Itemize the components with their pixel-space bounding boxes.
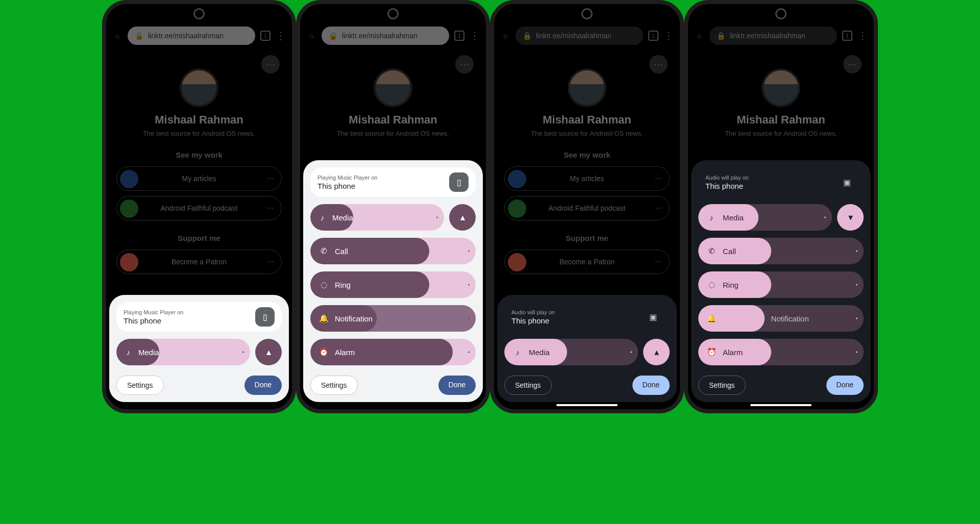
music-note-icon: ♪ (318, 212, 326, 222)
gesture-bar (362, 404, 424, 406)
volume-subtitle: Audio will play on (705, 174, 749, 181)
volume-subtitle: Audio will play on (511, 309, 555, 315)
media-volume-slider[interactable]: ♪ Media (116, 339, 250, 365)
alarm-icon: ⏰ (706, 347, 717, 357)
done-button[interactable]: Done (632, 376, 670, 395)
camera-notch (775, 8, 787, 19)
call-volume-slider[interactable]: ✆Call (698, 238, 864, 264)
phone-icon: ▯ (260, 312, 270, 322)
phone-icon: ✆ (318, 246, 329, 256)
slider-label: Alarm (723, 348, 743, 357)
output-device-button[interactable]: ▣ (643, 307, 663, 327)
alarm-volume-slider[interactable]: ⏰Alarm (698, 339, 864, 365)
slider-label: Media (529, 348, 550, 357)
chevron-down-icon: ▾ (845, 212, 855, 222)
bell-icon: 🔔 (318, 313, 329, 323)
collapse-button[interactable]: ▾ (837, 204, 864, 231)
volume-panel: Audio will play on This phone ▣ ♪Media ▴… (497, 295, 677, 402)
bell-icon: 🔔 (706, 313, 717, 323)
slider-label: Media (332, 213, 353, 222)
chevron-up-icon: ▴ (651, 347, 662, 357)
slider-label: Ring (723, 281, 739, 289)
ring-volume-icon: ◌ (318, 280, 329, 290)
settings-button[interactable]: Settings (310, 376, 358, 395)
volume-device: This phone (511, 316, 555, 325)
camera-notch (193, 8, 205, 19)
volume-header: Audio will play on This phone ▣ (698, 167, 864, 197)
notification-volume-slider[interactable]: 🔔 Notification (698, 305, 864, 332)
settings-button[interactable]: Settings (116, 376, 164, 395)
slider-label: Alarm (335, 348, 355, 357)
ring-volume-slider[interactable]: ◌Ring (310, 271, 476, 298)
volume-device: This phone (317, 182, 377, 190)
output-device-button[interactable]: ▯ (255, 307, 275, 327)
music-note-icon: ♪ (512, 347, 523, 357)
alarm-icon: ⏰ (318, 347, 329, 357)
call-volume-slider[interactable]: ✆Call (310, 238, 476, 264)
volume-panel: Playing Music Player on This phone ▯ ♪ M… (109, 295, 289, 402)
expand-button[interactable]: ▴ (643, 339, 670, 365)
media-volume-slider[interactable]: ♪Media (310, 204, 444, 231)
phone-frame-1: ⌂ 🔒 linktr.ee/mishaalrahman 1 ⋮ ⋯ Mishaa… (102, 0, 296, 413)
volume-header: Audio will play on This phone ▣ (504, 302, 670, 332)
output-device-button[interactable]: ▣ (837, 172, 856, 192)
ring-volume-slider[interactable]: ◌Ring (698, 271, 864, 298)
gesture-bar (750, 404, 812, 406)
notification-volume-slider[interactable]: 🔔Notification (310, 305, 476, 332)
chevron-up-icon: ▴ (263, 347, 274, 357)
media-volume-slider[interactable]: ♪Media (698, 204, 832, 231)
phone-frame-4: ⌂ 🔒 linktr.ee/mishaalrahman 1 ⋮ ⋯ Mishaa… (684, 0, 878, 413)
ring-volume-icon: ◌ (706, 280, 717, 290)
camera-notch (387, 8, 399, 19)
slider-label: Notification (771, 314, 809, 323)
done-button[interactable]: Done (438, 376, 476, 395)
slider-label: Call (723, 247, 736, 256)
alarm-volume-slider[interactable]: ⏰Alarm (310, 339, 476, 365)
volume-panel-expanded: Audio will play on This phone ▣ ♪Media ▾… (691, 160, 871, 402)
slider-label: Media (138, 348, 159, 357)
media-volume-slider[interactable]: ♪Media (504, 339, 638, 365)
slider-label: Notification (335, 314, 373, 323)
phone-frame-3: ⌂ 🔒 linktr.ee/mishaalrahman 1 ⋮ ⋯ Mishaa… (490, 0, 684, 413)
phone-icon: ▯ (454, 177, 464, 187)
phone-frame-2: ⌂ 🔒 linktr.ee/mishaalrahman 1 ⋮ ⋯ Mishaa… (296, 0, 490, 413)
volume-device: This phone (705, 182, 749, 190)
volume-header: Playing Music Player on This phone ▯ (116, 302, 282, 332)
chevron-up-icon: ▴ (457, 212, 468, 222)
phone-icon: ✆ (706, 246, 717, 256)
volume-device: This phone (124, 316, 183, 325)
camera-notch (581, 8, 593, 19)
slider-label: Media (723, 213, 744, 222)
cast-audio-icon: ▣ (648, 312, 658, 322)
collapse-button[interactable]: ▴ (449, 204, 476, 231)
volume-panel-expanded: Playing Music Player on This phone ▯ ♪Me… (303, 160, 483, 402)
slider-label: Ring (335, 281, 351, 289)
music-note-icon: ♪ (125, 347, 132, 357)
settings-button[interactable]: Settings (698, 376, 746, 395)
slider-label: Call (335, 247, 348, 256)
gesture-bar (168, 404, 230, 406)
done-button[interactable]: Done (244, 376, 282, 395)
output-device-button[interactable]: ▯ (449, 172, 469, 192)
volume-header: Playing Music Player on This phone ▯ (310, 167, 476, 197)
cast-audio-icon: ▣ (842, 177, 852, 187)
expand-button[interactable]: ▴ (255, 339, 282, 365)
volume-subtitle: Playing Music Player on (124, 309, 183, 315)
volume-subtitle: Playing Music Player on (317, 174, 377, 181)
settings-button[interactable]: Settings (504, 376, 552, 395)
gesture-bar (556, 404, 618, 406)
music-note-icon: ♪ (706, 212, 717, 222)
done-button[interactable]: Done (826, 376, 864, 395)
